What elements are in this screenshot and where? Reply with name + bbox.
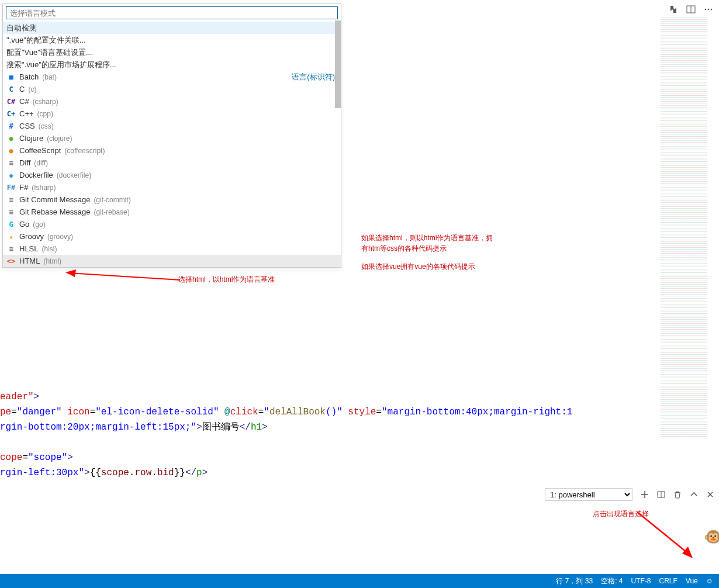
language-option[interactable]: ≡Git Rebase Message(git-rebase)	[3, 206, 341, 218]
language-name: Go	[19, 220, 29, 229]
language-option[interactable]: CC(c)	[3, 83, 341, 95]
language-name: C	[19, 85, 25, 94]
code-tok: cope	[0, 452, 22, 463]
language-ext: (git-rebase)	[94, 208, 129, 216]
language-name: Batch	[19, 72, 39, 81]
code-tok: rgin-left:30px"	[0, 468, 84, 478]
code-tok: pe	[0, 407, 11, 417]
language-option[interactable]: F#F#(fsharp)	[3, 181, 341, 193]
language-option[interactable]: ≡HLSL(hlsl)	[3, 243, 341, 255]
code-tok: p	[196, 468, 202, 478]
language-name: Groovy	[19, 232, 44, 241]
language-option[interactable]: C+C++(cpp)	[3, 108, 341, 120]
code-tok: "	[264, 407, 269, 417]
code-tok: "scope"	[28, 452, 67, 463]
language-ext: (hlsl)	[42, 245, 57, 253]
terminal-selector[interactable]: 1: powershell	[545, 488, 632, 501]
language-icon: ≡	[6, 158, 16, 168]
language-ext: (coffeescript)	[64, 147, 105, 155]
language-icon: C+	[6, 109, 16, 119]
palette-option[interactable]: 搜索".vue"的应用市场扩展程序...	[3, 58, 341, 71]
language-option[interactable]: ≡Git Commit Message(git-commit)	[3, 193, 341, 206]
language-option[interactable]: <>HTML(html)	[3, 255, 341, 267]
status-eol[interactable]: CRLF	[659, 577, 677, 585]
code-tok: "danger"	[17, 407, 62, 417]
code-tok: =	[22, 452, 28, 463]
status-language[interactable]: Vue	[686, 577, 698, 585]
language-ext: (groovy)	[47, 233, 73, 241]
language-option[interactable]: ★Groovy(groovy)	[3, 230, 341, 243]
language-option[interactable]: ◆Dockerfile(dockerfile)	[3, 169, 341, 181]
compare-icon[interactable]	[669, 5, 678, 16]
terminal-split-icon[interactable]	[657, 490, 665, 499]
code-tok: "margin-bottom:40px;margin-right:1	[382, 407, 572, 417]
language-option[interactable]: ●CoffeeScript(coffeescript)	[3, 144, 341, 157]
palette-option[interactable]: 配置"Vue"语言基础设置...	[3, 46, 341, 58]
svg-line-7	[637, 512, 690, 555]
code-tok: =	[11, 407, 17, 417]
annotation-text-2b: 有htm等css的各种代码提示	[361, 244, 447, 253]
palette-option[interactable]: ".vue"的配置文件关联...	[3, 34, 341, 46]
svg-line-5	[69, 273, 180, 280]
language-name: HTML	[19, 257, 40, 265]
language-search-input[interactable]	[6, 6, 338, 19]
language-icon: ◆	[6, 171, 16, 180]
code-tok: h1	[251, 422, 262, 433]
svg-point-3	[708, 9, 710, 11]
language-ext: (csharp)	[33, 98, 58, 106]
language-ext: (go)	[33, 220, 45, 229]
minimap[interactable]	[661, 18, 707, 438]
palette-option[interactable]: 自动检测	[3, 22, 341, 34]
language-option[interactable]: ≡Diff(diff)	[3, 157, 341, 169]
language-option[interactable]: C#C#(csharp)	[3, 95, 341, 108]
palette-section-label: 语言(标识符)	[292, 72, 335, 82]
language-icon: ★	[6, 232, 16, 241]
terminal-new-icon[interactable]	[641, 490, 649, 499]
status-spaces[interactable]: 空格: 4	[601, 576, 623, 586]
terminal-collapse-icon[interactable]	[690, 490, 698, 499]
language-option[interactable]: ●Clojure(clojure)	[3, 132, 341, 144]
code-tok: >	[262, 422, 268, 433]
code-tok: >	[84, 468, 90, 478]
code-tok: @	[219, 407, 230, 417]
language-name: CoffeeScript	[19, 146, 61, 155]
code-tok: }}	[174, 468, 185, 478]
status-encoding[interactable]: UTF-8	[631, 577, 651, 585]
language-icon: #	[6, 122, 16, 131]
annotation-text-2a: 如果选择html，则以html作为语言基准，拥	[361, 234, 493, 242]
terminal-trash-icon[interactable]	[673, 490, 682, 499]
language-icon: ■	[6, 72, 16, 82]
code-tok: ()"	[326, 407, 343, 417]
more-icon[interactable]	[704, 5, 713, 16]
code-tok: =	[376, 407, 382, 417]
code-tok: </	[240, 422, 251, 433]
language-ext: (bat)	[42, 73, 57, 81]
language-name: C#	[19, 97, 29, 106]
code-tok: >	[196, 422, 202, 433]
code-tok: row	[134, 468, 151, 478]
language-option[interactable]: GGo(go)	[3, 218, 341, 230]
language-option[interactable]: #CSS(css)	[3, 120, 341, 132]
language-name: F#	[19, 183, 28, 192]
language-ext: (diff)	[34, 159, 48, 167]
code-tok: click	[230, 407, 258, 417]
code-tok: .	[151, 468, 157, 478]
language-icon: F#	[6, 183, 16, 192]
language-ext: (c)	[28, 85, 36, 94]
annotation-text-1: 选择html，以html作为语言基准	[178, 275, 275, 285]
language-icon: <>	[6, 257, 16, 266]
split-icon[interactable]	[686, 5, 696, 16]
palette-scrollbar[interactable]	[335, 20, 341, 108]
terminal-close-icon[interactable]	[706, 490, 714, 499]
status-feedback-icon[interactable]: ☺	[706, 577, 713, 585]
language-name: C++	[19, 109, 34, 118]
code-tok: >	[34, 392, 40, 402]
language-option[interactable]: ■Batch(bat)	[6, 72, 57, 82]
language-icon: G	[6, 220, 16, 229]
code-tok: 图书编号	[202, 422, 240, 433]
status-cursor-pos[interactable]: 行 7，列 33	[556, 576, 593, 586]
annotation-arrow-2	[634, 509, 699, 563]
code-tok: =	[258, 407, 264, 417]
svg-point-2	[705, 9, 707, 11]
code-tok: eader"	[0, 392, 34, 402]
